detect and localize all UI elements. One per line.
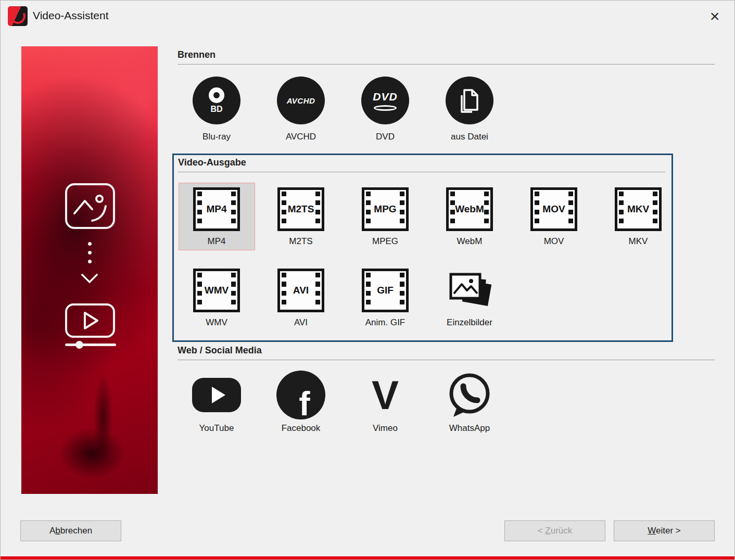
format-facebook[interactable]: f Facebook <box>259 370 343 434</box>
film-strip-icon: M2TS <box>277 187 324 231</box>
film-strip-icon: MPG <box>362 187 409 231</box>
format-label: Facebook <box>282 423 321 434</box>
video-output-row-1: MP4 MP4 M2TS M2TS MPG MPEG <box>174 183 680 250</box>
format-aus-datei[interactable]: aus Datei <box>427 77 512 142</box>
window-title: Video-Assistent <box>33 9 109 22</box>
format-label: Einzelbilder <box>447 317 492 328</box>
film-strip-icon: MP4 <box>193 187 240 231</box>
app-logo-icon <box>8 6 28 26</box>
film-format-text: AVI <box>293 285 309 296</box>
film-format-text: MP4 <box>206 203 226 215</box>
format-avi[interactable]: AVI AVI <box>259 264 343 332</box>
format-label: Blu-ray <box>202 132 231 142</box>
media-files-icon <box>65 183 115 229</box>
photo-stack-icon <box>445 269 494 312</box>
vimeo-icon: V <box>372 375 399 415</box>
format-webm[interactable]: WebM WebM <box>427 183 512 250</box>
film-format-text: M2TS <box>288 203 314 215</box>
film-strip-icon: WebM <box>446 187 493 231</box>
format-label: MKV <box>629 236 648 247</box>
web-row: YouTube f Facebook V Vimeo <box>174 370 512 434</box>
bottom-accent-bar <box>1 556 734 559</box>
cancel-button[interactable]: Abbrechen <box>20 520 121 541</box>
arrow-down-icon <box>21 242 158 281</box>
dvd-ellipse <box>374 105 397 111</box>
format-einzelbilder[interactable]: Einzelbilder <box>427 264 512 332</box>
film-format-text: GIF <box>377 285 394 296</box>
back-button[interactable]: < Zurück <box>504 520 605 541</box>
whatsapp-icon <box>445 371 494 419</box>
next-button[interactable]: Weiter > <box>614 520 715 541</box>
format-label: MOV <box>544 236 564 247</box>
brennen-row: BD Blu-ray AVCHD AVCHD DVD DVD <box>174 77 512 142</box>
video-output-row-2: WMV WMV AVI AVI GIF Anim. GIF <box>174 264 512 332</box>
film-format-text: WebM <box>455 203 484 215</box>
section-video-ausgabe-title: Video-Ausgabe <box>178 157 665 172</box>
selected-tile: MP4 MP4 <box>179 183 255 250</box>
film-format-text: MPG <box>374 203 396 215</box>
disc-ring <box>209 87 224 103</box>
bluray-disc-icon: BD <box>193 77 240 124</box>
title-bar: Video-Assistent × <box>1 1 734 33</box>
format-label: WhatsApp <box>449 423 490 434</box>
format-label: DVD <box>376 132 395 142</box>
format-label: AVI <box>294 317 308 328</box>
avchd-icon-text: AVCHD <box>287 96 315 105</box>
format-bluray[interactable]: BD Blu-ray <box>174 77 259 142</box>
format-label: WMV <box>206 317 227 328</box>
facebook-icon: f <box>276 371 325 419</box>
format-label: Vimeo <box>373 423 398 434</box>
format-mp4[interactable]: MP4 MP4 <box>174 183 259 250</box>
film-format-text: MKV <box>627 203 649 215</box>
dvd-disc-icon: DVD <box>361 77 409 124</box>
format-label: aus Datei <box>451 132 488 142</box>
format-mkv[interactable]: MKV MKV <box>596 183 680 250</box>
dvd-icon-text: DVD <box>373 91 397 103</box>
format-wmv[interactable]: WMV WMV <box>174 264 259 332</box>
film-strip-icon: AVI <box>277 269 324 312</box>
format-label: MP4 <box>208 236 226 247</box>
format-label: M2TS <box>289 236 312 247</box>
format-dvd[interactable]: DVD DVD <box>343 77 427 142</box>
film-strip-icon: WMV <box>193 269 240 312</box>
video-assistant-dialog: Video-Assistent × Brennen BD <box>0 0 735 560</box>
sidebar-preview-image <box>21 46 158 494</box>
format-whatsapp[interactable]: WhatsApp <box>427 370 512 434</box>
youtube-icon <box>192 378 241 412</box>
film-strip-icon: GIF <box>362 269 409 312</box>
format-youtube[interactable]: YouTube <box>174 370 259 434</box>
section-brennen-title: Brennen <box>178 49 715 65</box>
film-format-text: MOV <box>542 203 565 215</box>
close-button[interactable]: × <box>702 5 727 28</box>
format-label: YouTube <box>199 423 234 434</box>
player-timeline-icon <box>65 343 116 346</box>
facebook-f-glyph: f <box>299 389 310 419</box>
format-label: Anim. GIF <box>365 317 405 328</box>
format-label: AVCHD <box>286 132 316 142</box>
format-vimeo[interactable]: V Vimeo <box>343 370 427 434</box>
video-player-icon <box>65 303 115 338</box>
film-format-text: WMV <box>205 285 229 296</box>
format-label: MPEG <box>372 236 398 247</box>
format-mpeg[interactable]: MPG MPEG <box>343 183 427 250</box>
film-strip-icon: MOV <box>530 187 577 231</box>
format-avchd[interactable]: AVCHD AVCHD <box>259 77 343 142</box>
avchd-disc-icon: AVCHD <box>277 77 325 124</box>
format-label: WebM <box>457 236 483 247</box>
section-web-title: Web / Social Media <box>178 345 715 360</box>
file-icon <box>446 77 493 124</box>
format-m2ts[interactable]: M2TS M2TS <box>259 183 343 250</box>
bluray-icon-text: BD <box>210 105 222 114</box>
format-mov[interactable]: MOV MOV <box>512 183 596 250</box>
film-strip-icon: MKV <box>615 187 662 231</box>
format-anim-gif[interactable]: GIF Anim. GIF <box>343 264 427 332</box>
